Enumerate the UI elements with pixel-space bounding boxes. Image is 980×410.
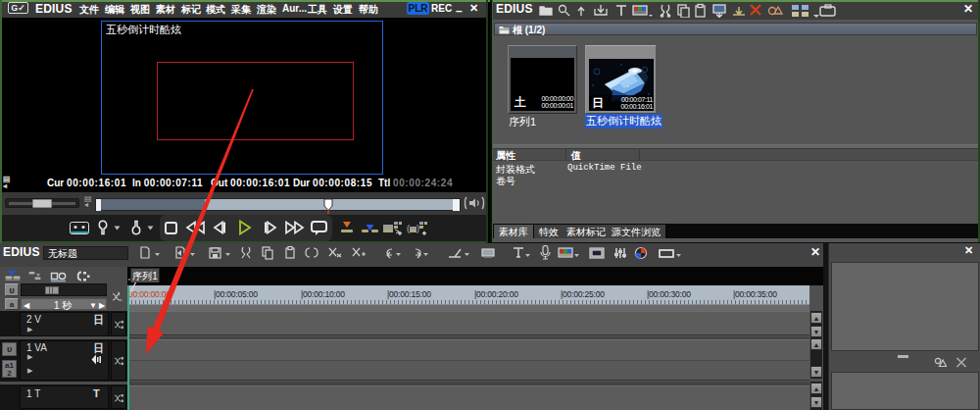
svg-text:): )	[416, 224, 419, 233]
svg-text:(: (	[407, 224, 410, 233]
